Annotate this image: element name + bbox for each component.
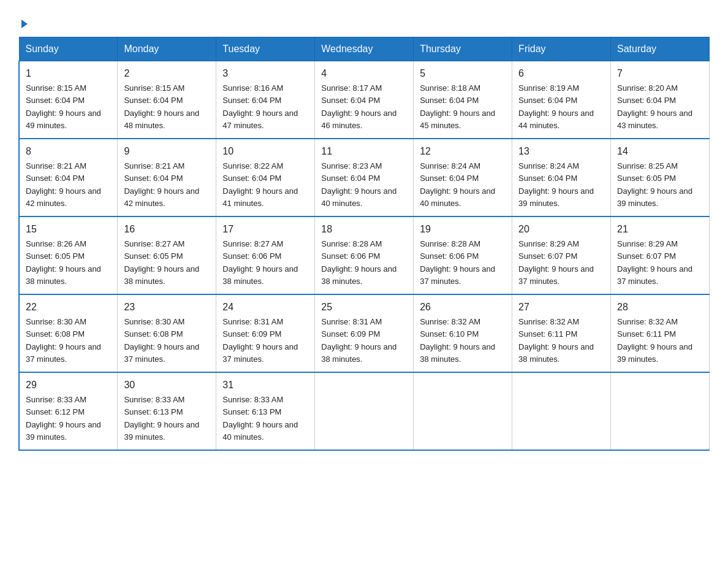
day-number: 13 bbox=[518, 144, 604, 159]
calendar-header-row: SundayMondayTuesdayWednesdayThursdayFrid… bbox=[19, 37, 710, 61]
day-info: Sunrise: 8:24 AMSunset: 6:04 PMDaylight:… bbox=[518, 161, 594, 208]
day-number: 11 bbox=[321, 144, 407, 159]
day-number: 23 bbox=[124, 300, 210, 315]
weekday-header: Thursday bbox=[414, 37, 512, 61]
calendar-week-row: 22 Sunrise: 8:30 AMSunset: 6:08 PMDaylig… bbox=[19, 294, 710, 372]
day-info: Sunrise: 8:32 AMSunset: 6:11 PMDaylight:… bbox=[617, 317, 692, 364]
calendar-day-cell: 21 Sunrise: 8:29 AMSunset: 6:07 PMDaylig… bbox=[611, 216, 710, 294]
day-info: Sunrise: 8:26 AMSunset: 6:05 PMDaylight:… bbox=[26, 239, 101, 286]
calendar-day-cell: 9 Sunrise: 8:21 AMSunset: 6:04 PMDayligh… bbox=[118, 139, 216, 216]
calendar-week-row: 29 Sunrise: 8:33 AMSunset: 6:12 PMDaylig… bbox=[19, 372, 710, 450]
weekday-header: Sunday bbox=[19, 37, 118, 61]
day-number: 3 bbox=[222, 66, 308, 81]
day-info: Sunrise: 8:32 AMSunset: 6:10 PMDaylight:… bbox=[420, 317, 495, 364]
day-info: Sunrise: 8:25 AMSunset: 6:05 PMDaylight:… bbox=[617, 161, 692, 208]
calendar-day-cell: 7 Sunrise: 8:20 AMSunset: 6:04 PMDayligh… bbox=[611, 61, 710, 139]
calendar-day-cell: 17 Sunrise: 8:27 AMSunset: 6:06 PMDaylig… bbox=[216, 216, 315, 294]
day-info: Sunrise: 8:19 AMSunset: 6:04 PMDaylight:… bbox=[518, 83, 594, 130]
day-number: 2 bbox=[124, 66, 210, 81]
day-info: Sunrise: 8:32 AMSunset: 6:11 PMDaylight:… bbox=[518, 317, 594, 364]
day-number: 8 bbox=[26, 144, 111, 159]
calendar-day-cell: 8 Sunrise: 8:21 AMSunset: 6:04 PMDayligh… bbox=[19, 139, 118, 216]
calendar-day-cell: 27 Sunrise: 8:32 AMSunset: 6:11 PMDaylig… bbox=[512, 294, 611, 372]
day-info: Sunrise: 8:20 AMSunset: 6:04 PMDaylight:… bbox=[617, 83, 692, 130]
header bbox=[18, 15, 710, 27]
day-number: 22 bbox=[26, 300, 111, 315]
day-number: 18 bbox=[321, 222, 407, 237]
calendar-day-cell: 1 Sunrise: 8:15 AMSunset: 6:04 PMDayligh… bbox=[19, 61, 118, 139]
calendar-week-row: 15 Sunrise: 8:26 AMSunset: 6:05 PMDaylig… bbox=[19, 216, 710, 294]
calendar-day-cell: 22 Sunrise: 8:30 AMSunset: 6:08 PMDaylig… bbox=[19, 294, 118, 372]
day-number: 1 bbox=[26, 66, 111, 81]
weekday-header: Friday bbox=[512, 37, 611, 61]
day-number: 7 bbox=[617, 66, 703, 81]
day-number: 5 bbox=[420, 66, 506, 81]
calendar-day-cell: 16 Sunrise: 8:27 AMSunset: 6:05 PMDaylig… bbox=[118, 216, 216, 294]
calendar-day-cell: 5 Sunrise: 8:18 AMSunset: 6:04 PMDayligh… bbox=[414, 61, 512, 139]
day-info: Sunrise: 8:16 AMSunset: 6:04 PMDaylight:… bbox=[222, 83, 298, 130]
calendar-day-cell: 12 Sunrise: 8:24 AMSunset: 6:04 PMDaylig… bbox=[414, 139, 512, 216]
day-info: Sunrise: 8:15 AMSunset: 6:04 PMDaylight:… bbox=[26, 83, 101, 130]
calendar-day-cell bbox=[414, 372, 512, 450]
weekday-header: Monday bbox=[118, 37, 216, 61]
calendar-day-cell: 19 Sunrise: 8:28 AMSunset: 6:06 PMDaylig… bbox=[414, 216, 512, 294]
calendar-day-cell: 20 Sunrise: 8:29 AMSunset: 6:07 PMDaylig… bbox=[512, 216, 611, 294]
day-number: 24 bbox=[222, 300, 308, 315]
day-number: 31 bbox=[222, 378, 308, 393]
day-number: 26 bbox=[420, 300, 506, 315]
calendar-day-cell: 26 Sunrise: 8:32 AMSunset: 6:10 PMDaylig… bbox=[414, 294, 512, 372]
calendar-day-cell: 10 Sunrise: 8:22 AMSunset: 6:04 PMDaylig… bbox=[216, 139, 315, 216]
calendar-day-cell: 14 Sunrise: 8:25 AMSunset: 6:05 PMDaylig… bbox=[611, 139, 710, 216]
calendar-week-row: 1 Sunrise: 8:15 AMSunset: 6:04 PMDayligh… bbox=[19, 61, 710, 139]
calendar-day-cell: 18 Sunrise: 8:28 AMSunset: 6:06 PMDaylig… bbox=[315, 216, 414, 294]
day-info: Sunrise: 8:28 AMSunset: 6:06 PMDaylight:… bbox=[420, 239, 495, 286]
calendar-day-cell: 13 Sunrise: 8:24 AMSunset: 6:04 PMDaylig… bbox=[512, 139, 611, 216]
day-info: Sunrise: 8:29 AMSunset: 6:07 PMDaylight:… bbox=[518, 239, 594, 286]
calendar-day-cell: 29 Sunrise: 8:33 AMSunset: 6:12 PMDaylig… bbox=[19, 372, 118, 450]
day-info: Sunrise: 8:31 AMSunset: 6:09 PMDaylight:… bbox=[222, 317, 298, 364]
logo-blue-text bbox=[18, 20, 28, 27]
day-info: Sunrise: 8:17 AMSunset: 6:04 PMDaylight:… bbox=[321, 83, 396, 130]
logo-arrow-icon bbox=[21, 20, 28, 28]
calendar-day-cell: 15 Sunrise: 8:26 AMSunset: 6:05 PMDaylig… bbox=[19, 216, 118, 294]
calendar-table: SundayMondayTuesdayWednesdayThursdayFrid… bbox=[18, 37, 710, 451]
day-info: Sunrise: 8:23 AMSunset: 6:04 PMDaylight:… bbox=[321, 161, 396, 208]
day-number: 14 bbox=[617, 144, 703, 159]
day-number: 4 bbox=[321, 66, 407, 81]
calendar-day-cell bbox=[315, 372, 414, 450]
day-info: Sunrise: 8:21 AMSunset: 6:04 PMDaylight:… bbox=[124, 161, 199, 208]
calendar-day-cell: 30 Sunrise: 8:33 AMSunset: 6:13 PMDaylig… bbox=[118, 372, 216, 450]
day-number: 28 bbox=[617, 300, 703, 315]
day-info: Sunrise: 8:29 AMSunset: 6:07 PMDaylight:… bbox=[617, 239, 692, 286]
calendar-day-cell: 25 Sunrise: 8:31 AMSunset: 6:09 PMDaylig… bbox=[315, 294, 414, 372]
day-info: Sunrise: 8:24 AMSunset: 6:04 PMDaylight:… bbox=[420, 161, 495, 208]
calendar-day-cell: 3 Sunrise: 8:16 AMSunset: 6:04 PMDayligh… bbox=[216, 61, 315, 139]
day-info: Sunrise: 8:33 AMSunset: 6:13 PMDaylight:… bbox=[222, 395, 298, 442]
day-info: Sunrise: 8:21 AMSunset: 6:04 PMDaylight:… bbox=[26, 161, 101, 208]
day-number: 16 bbox=[124, 222, 210, 237]
day-number: 19 bbox=[420, 222, 506, 237]
day-info: Sunrise: 8:18 AMSunset: 6:04 PMDaylight:… bbox=[420, 83, 495, 130]
calendar-day-cell: 6 Sunrise: 8:19 AMSunset: 6:04 PMDayligh… bbox=[512, 61, 611, 139]
calendar-body: 1 Sunrise: 8:15 AMSunset: 6:04 PMDayligh… bbox=[19, 61, 710, 451]
day-info: Sunrise: 8:31 AMSunset: 6:09 PMDaylight:… bbox=[321, 317, 396, 364]
day-number: 10 bbox=[222, 144, 308, 159]
day-info: Sunrise: 8:33 AMSunset: 6:13 PMDaylight:… bbox=[124, 395, 199, 442]
weekday-header: Saturday bbox=[611, 37, 710, 61]
day-number: 21 bbox=[617, 222, 703, 237]
day-number: 12 bbox=[420, 144, 506, 159]
weekday-header: Wednesday bbox=[315, 37, 414, 61]
day-info: Sunrise: 8:28 AMSunset: 6:06 PMDaylight:… bbox=[321, 239, 396, 286]
day-info: Sunrise: 8:27 AMSunset: 6:06 PMDaylight:… bbox=[222, 239, 298, 286]
day-number: 27 bbox=[518, 300, 604, 315]
calendar-day-cell bbox=[512, 372, 611, 450]
day-info: Sunrise: 8:27 AMSunset: 6:05 PMDaylight:… bbox=[124, 239, 199, 286]
day-info: Sunrise: 8:30 AMSunset: 6:08 PMDaylight:… bbox=[124, 317, 199, 364]
day-number: 25 bbox=[321, 300, 407, 315]
day-number: 15 bbox=[26, 222, 111, 237]
day-info: Sunrise: 8:15 AMSunset: 6:04 PMDaylight:… bbox=[124, 83, 199, 130]
day-number: 9 bbox=[124, 144, 210, 159]
day-info: Sunrise: 8:30 AMSunset: 6:08 PMDaylight:… bbox=[26, 317, 101, 364]
calendar-day-cell: 24 Sunrise: 8:31 AMSunset: 6:09 PMDaylig… bbox=[216, 294, 315, 372]
day-number: 6 bbox=[518, 66, 604, 81]
